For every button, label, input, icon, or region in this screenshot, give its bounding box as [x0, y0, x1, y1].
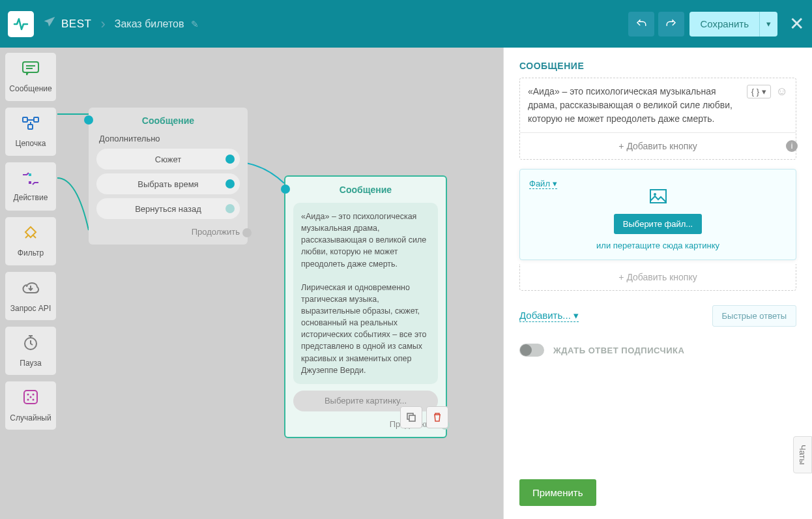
- apply-button[interactable]: Применить: [519, 479, 596, 506]
- palette-pause[interactable]: Пауза: [5, 327, 56, 375]
- breadcrumb-sep-icon: ›: [100, 16, 105, 33]
- duplicate-button[interactable]: [400, 406, 422, 428]
- output-port[interactable]: [225, 155, 235, 164]
- pulse-icon: [13, 16, 29, 32]
- node-title: Сообщение: [96, 115, 240, 126]
- svg-rect-4: [34, 117, 38, 122]
- api-icon: [22, 279, 40, 300]
- svg-point-14: [33, 399, 35, 401]
- flow-name[interactable]: Заказ билетов: [115, 18, 184, 30]
- add-button-row[interactable]: + Добавить кнопку: [519, 264, 796, 291]
- svg-rect-16: [409, 415, 415, 421]
- node-palette: Сообщение Цепочка Действие Фильтр: [5, 53, 57, 436]
- palette-api[interactable]: Запрос API: [5, 272, 56, 320]
- node-toolbar: [400, 406, 448, 428]
- properties-panel: СООБЩЕНИЕ «Аида» – это психологическая м…: [503, 48, 812, 519]
- topbar: BEST › Заказ билетов ✎ Сохранить ▾ ✕: [0, 0, 812, 48]
- message-card: «Аида» – это психологическая музыкальная…: [519, 78, 796, 160]
- message-textarea[interactable]: «Аида» – это психологическая музыкальная…: [528, 85, 742, 126]
- svg-point-18: [654, 193, 656, 196]
- telegram-icon: [43, 16, 56, 32]
- bot-name[interactable]: BEST: [61, 18, 91, 31]
- save-dropdown-button[interactable]: ▾: [759, 12, 777, 37]
- svg-rect-3: [23, 117, 27, 122]
- action-icon: [22, 171, 40, 189]
- svg-rect-0: [23, 62, 38, 72]
- svg-rect-7: [29, 181, 31, 184]
- option-button[interactable]: Выбрать время: [96, 173, 240, 194]
- extra-label: Дополнительно: [96, 134, 240, 143]
- input-port[interactable]: [281, 185, 290, 194]
- option-button[interactable]: Вернуться назад: [96, 198, 240, 219]
- edit-icon[interactable]: ✎: [191, 19, 199, 29]
- wait-toggle[interactable]: [519, 344, 544, 357]
- option-button[interactable]: Сюжет: [96, 149, 240, 170]
- palette-message[interactable]: Сообщение: [5, 53, 56, 101]
- image-icon: [529, 189, 787, 207]
- pause-icon: [22, 334, 39, 355]
- wait-label: ЖДАТЬ ОТВЕТ ПОДПИСЧИКА: [553, 346, 684, 355]
- svg-point-10: [27, 394, 29, 396]
- palette-random[interactable]: Случайный: [5, 381, 56, 430]
- dice-icon: [22, 389, 39, 409]
- svg-point-12: [30, 396, 32, 398]
- panel-title: СООБЩЕНИЕ: [519, 61, 796, 71]
- choose-file-button[interactable]: Выберите файл...: [614, 214, 702, 234]
- logo[interactable]: [8, 11, 34, 37]
- emoji-icon[interactable]: ☺: [776, 85, 788, 98]
- file-type-dropdown[interactable]: Файл ▾: [529, 179, 557, 189]
- message-node-selected[interactable]: Сообщение «Аида» – это психологическая м…: [284, 175, 447, 438]
- copy-icon: [406, 412, 416, 423]
- svg-rect-17: [650, 190, 666, 203]
- canvas[interactable]: Сообщение Цепочка Действие Фильтр: [0, 48, 503, 519]
- output-port[interactable]: [225, 204, 235, 213]
- chats-tab[interactable]: Чаты: [793, 436, 812, 473]
- message-body: «Аида» – это психологическая музыкальная…: [293, 203, 438, 384]
- quick-replies-button[interactable]: Быстрые ответы: [712, 305, 797, 327]
- output-port[interactable]: [242, 228, 252, 237]
- output-port[interactable]: [225, 179, 235, 188]
- palette-action[interactable]: Действие: [5, 162, 56, 211]
- undo-button[interactable]: [628, 12, 654, 37]
- save-button[interactable]: Сохранить: [689, 12, 759, 37]
- message-node[interactable]: Сообщение Дополнительно Сюжет Выбрать вр…: [89, 108, 248, 245]
- delete-button[interactable]: [426, 406, 448, 428]
- drag-hint: или перетащите сюда картинку: [529, 241, 787, 250]
- svg-rect-5: [28, 125, 33, 129]
- trash-icon: [432, 412, 442, 423]
- input-port[interactable]: [84, 115, 93, 125]
- variables-button[interactable]: { } ▾: [747, 85, 771, 98]
- add-element-dropdown[interactable]: Добавить... ▾: [519, 310, 579, 322]
- filter-icon: [22, 225, 40, 245]
- palette-chain[interactable]: Цепочка: [5, 108, 56, 156]
- file-upload-block: Файл ▾ Выберите файл... или перетащите с…: [519, 169, 796, 260]
- continue-label: Продолжить: [96, 227, 240, 237]
- svg-rect-6: [29, 173, 31, 176]
- node-title: Сообщение: [293, 185, 438, 195]
- info-icon[interactable]: i: [786, 140, 798, 152]
- palette-filter[interactable]: Фильтр: [5, 217, 56, 265]
- svg-point-11: [33, 394, 35, 396]
- add-button-row[interactable]: + Добавить кнопку: [520, 133, 796, 159]
- chain-icon: [22, 115, 40, 135]
- redo-button[interactable]: [658, 12, 684, 37]
- close-icon[interactable]: ✕: [789, 13, 804, 35]
- message-icon: [22, 61, 40, 80]
- svg-point-13: [27, 399, 29, 401]
